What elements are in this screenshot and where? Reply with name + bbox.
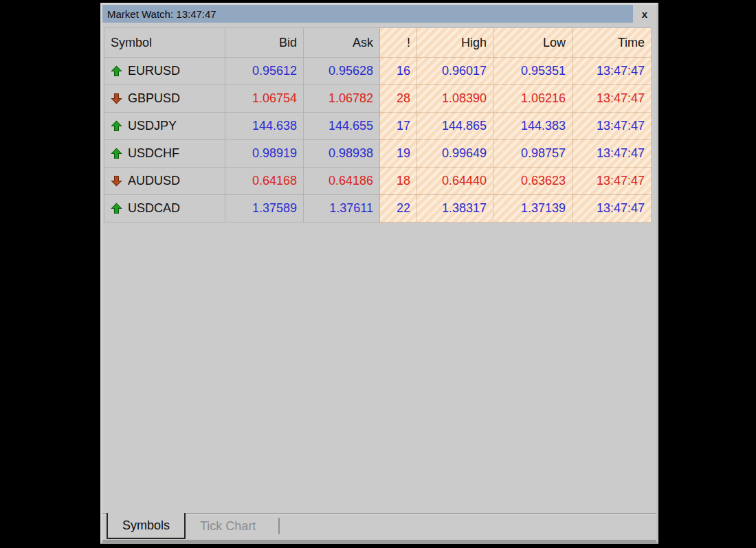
time-cell: 13:47:47 xyxy=(572,168,652,195)
column-header-spread[interactable]: ! xyxy=(380,27,417,58)
ask-cell: 144.655 xyxy=(304,113,380,140)
column-header-ask[interactable]: Ask xyxy=(304,27,380,58)
symbol-cell: GBPUSD xyxy=(104,85,225,113)
low-cell: 0.95351 xyxy=(493,58,572,85)
ask-cell: 0.98938 xyxy=(304,140,380,168)
low-cell: 1.37139 xyxy=(493,195,572,222)
time-cell: 13:47:47 xyxy=(572,113,652,140)
spread-cell: 22 xyxy=(380,195,417,222)
bid-cell: 144.638 xyxy=(225,113,304,140)
spread-cell: 19 xyxy=(380,140,417,168)
time-cell: 13:47:47 xyxy=(572,195,652,222)
high-cell: 0.96017 xyxy=(417,58,493,85)
close-button[interactable]: x xyxy=(633,5,656,23)
low-cell: 1.06216 xyxy=(493,85,572,113)
symbol-cell: AUDUSD xyxy=(104,168,225,195)
table-row-gbpusd[interactable]: GBPUSD1.067541.06782281.083901.0621613:4… xyxy=(104,85,655,113)
table-header: SymbolBidAsk!HighLowTime xyxy=(104,27,655,58)
spread-cell: 18 xyxy=(380,168,417,195)
column-header-high[interactable]: High xyxy=(417,27,493,58)
desktop-background: Market Watch: 13:47:47 x SymbolBidAsk!Hi… xyxy=(0,0,756,548)
symbol-cell: USDCAD xyxy=(104,195,225,222)
bid-cell: 0.98919 xyxy=(225,140,304,168)
low-cell: 0.63623 xyxy=(493,168,572,195)
close-icon: x xyxy=(642,8,647,20)
bid-cell: 0.95612 xyxy=(225,58,304,85)
titlebar-background: Market Watch: 13:47:47 xyxy=(102,5,633,23)
time-cell: 13:47:47 xyxy=(572,58,652,85)
bid-cell: 1.37589 xyxy=(225,195,304,222)
high-cell: 0.64440 xyxy=(417,168,493,195)
tab-separator xyxy=(278,518,280,534)
arrow-down-icon xyxy=(111,175,122,187)
arrow-up-icon xyxy=(111,65,122,77)
bid-cell: 1.06754 xyxy=(225,85,304,113)
high-cell: 1.38317 xyxy=(417,195,493,222)
table-row-eurusd[interactable]: EURUSD0.956120.95628160.960170.9535113:4… xyxy=(104,58,655,85)
table-row-usdchf[interactable]: USDCHF0.989190.98938190.996490.9875713:4… xyxy=(104,140,655,168)
ask-cell: 1.06782 xyxy=(304,85,380,113)
symbol-cell: EURUSD xyxy=(104,58,225,85)
symbol-name: EURUSD xyxy=(128,64,180,78)
table-row-usdjpy[interactable]: USDJPY144.638144.65517144.865144.38313:4… xyxy=(104,113,655,140)
high-cell: 0.99649 xyxy=(417,140,493,168)
symbol-name: USDCHF xyxy=(128,146,179,161)
ask-cell: 0.95628 xyxy=(304,58,380,85)
arrow-up-icon xyxy=(111,148,122,159)
tab-strip: SymbolsTick Chart xyxy=(102,513,656,542)
ask-cell: 0.64186 xyxy=(304,168,380,195)
titlebar[interactable]: Market Watch: 13:47:47 x xyxy=(102,5,656,23)
high-cell: 144.865 xyxy=(417,113,493,140)
arrow-up-icon xyxy=(111,120,122,132)
column-header-low[interactable]: Low xyxy=(493,27,572,58)
tab-symbols[interactable]: Symbols xyxy=(107,513,186,539)
time-cell: 13:47:47 xyxy=(572,140,652,168)
column-header-time[interactable]: Time xyxy=(572,27,652,58)
high-cell: 1.08390 xyxy=(417,85,493,113)
time-cell: 13:47:47 xyxy=(572,85,652,113)
column-header-symbol[interactable]: Symbol xyxy=(104,27,225,58)
spread-cell: 17 xyxy=(380,113,417,140)
table-row-usdcad[interactable]: USDCAD1.375891.37611221.383171.3713913:4… xyxy=(104,195,655,222)
quotes-table: SymbolBidAsk!HighLowTime EURUSD0.956120.… xyxy=(104,27,655,222)
tab-tick-chart[interactable]: Tick Chart xyxy=(186,515,270,537)
market-watch-window: Market Watch: 13:47:47 x SymbolBidAsk!Hi… xyxy=(100,3,658,544)
table-row-audusd[interactable]: AUDUSD0.641680.64186180.644400.6362313:4… xyxy=(104,168,655,195)
spread-cell: 16 xyxy=(380,58,417,85)
symbol-name: USDJPY xyxy=(128,119,177,133)
bid-cell: 0.64168 xyxy=(225,168,304,195)
spread-cell: 28 xyxy=(380,85,417,113)
table-body: EURUSD0.956120.95628160.960170.9535113:4… xyxy=(104,58,655,222)
ask-cell: 1.37611 xyxy=(304,195,380,222)
symbol-cell: USDJPY xyxy=(104,113,225,140)
low-cell: 144.383 xyxy=(493,113,572,140)
symbol-name: USDCAD xyxy=(128,201,180,216)
low-cell: 0.98757 xyxy=(493,140,572,168)
window-title: Market Watch: 13:47:47 xyxy=(107,8,216,20)
arrow-down-icon xyxy=(111,93,122,104)
arrow-up-icon xyxy=(111,203,122,214)
symbol-name: GBPUSD xyxy=(128,91,180,106)
column-header-bid[interactable]: Bid xyxy=(225,27,304,58)
symbol-name: AUDUSD xyxy=(128,174,180,188)
symbol-cell: USDCHF xyxy=(104,140,225,168)
